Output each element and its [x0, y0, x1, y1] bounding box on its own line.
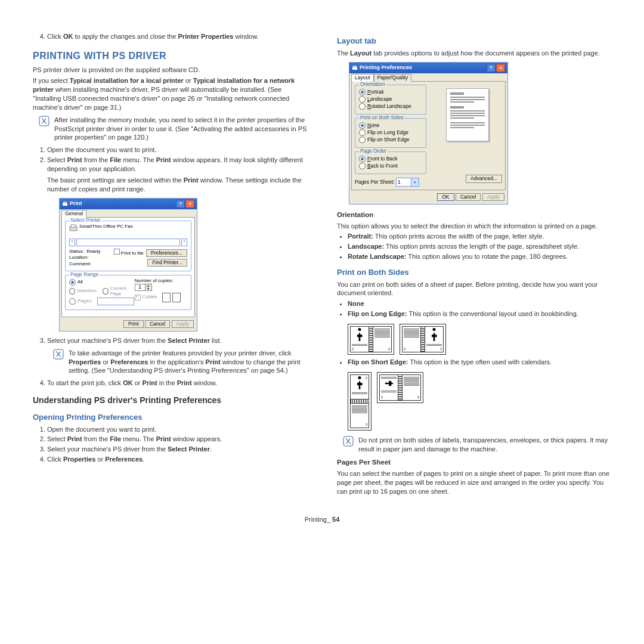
scrollbar-track[interactable]: [76, 239, 180, 246]
step-2: Select Print from the File menu. The Pri…: [47, 156, 307, 332]
bullet-short-edge: Flip on Short Edge: This option is the t…: [348, 358, 611, 432]
step-1: Open the document you want to print.: [47, 145, 307, 154]
cancel-button[interactable]: Cancel: [456, 193, 481, 201]
radio-back-front[interactable]: [359, 163, 366, 169]
heading-layout-tab: Layout tab: [337, 36, 611, 47]
bullet-portrait: Portrait: This option prints across the …: [348, 232, 611, 241]
open-step-3: Select your machine's PS driver from the…: [47, 445, 307, 454]
page-preview: [446, 88, 489, 141]
note-icon: [343, 436, 354, 454]
pps-desc: You can select the number of pages to pr…: [337, 469, 611, 496]
bullet-landscape: Landscape: This option prints across the…: [348, 242, 611, 251]
group-orientation: Orientation: [359, 82, 386, 87]
radio-current[interactable]: [103, 288, 109, 295]
step-4: To start the print job, click OK or Prin…: [47, 379, 307, 388]
copies-spinner[interactable]: 1▲▼: [135, 284, 152, 291]
note-properties: To take advantage of the printer feature…: [53, 349, 307, 376]
bullet-long-edge: Flip on Long Edge: This option is the co…: [348, 309, 611, 357]
radio-rotated[interactable]: [359, 103, 366, 110]
short-edge-illustration: 2 3 23: [348, 370, 611, 432]
radio-none[interactable]: [359, 122, 366, 129]
note-icon: [53, 349, 64, 376]
heading-printing-ps: PRINTING WITH PS DRIVER: [33, 49, 307, 63]
note-labels: Do not print on both sides of labels, tr…: [343, 436, 611, 454]
advanced-button[interactable]: Advanced...: [466, 175, 502, 182]
print-to-file-checkbox[interactable]: [114, 249, 120, 255]
radio-all[interactable]: [69, 279, 76, 286]
collate-checkbox[interactable]: ✓: [135, 295, 141, 301]
help-icon[interactable]: ?: [487, 64, 496, 72]
printer-icon: [62, 201, 68, 207]
print-button[interactable]: Print: [123, 320, 143, 328]
long-edge-illustration: 23 23: [348, 322, 611, 357]
radio-selection[interactable]: [69, 288, 75, 295]
bullet-none: None: [348, 299, 611, 308]
radio-front-back[interactable]: [359, 156, 366, 162]
tab-layout[interactable]: Layout: [351, 74, 374, 81]
printer-name[interactable]: SmartThru Office PC Fax: [79, 224, 133, 230]
open-step-1: Open the document you want to print.: [47, 425, 307, 434]
step-3: Select your machine's PS driver from the…: [47, 336, 307, 375]
group-page-range: Page Range: [69, 272, 100, 277]
apply-button[interactable]: Apply: [482, 193, 504, 201]
open-step-2: Select Print from the File menu. The Pri…: [47, 435, 307, 444]
radio-short-edge[interactable]: [359, 137, 366, 143]
find-printer-button[interactable]: Find Printer...: [147, 259, 187, 267]
heading-orientation: Orientation: [337, 210, 611, 220]
both-sides-desc: You can print on both sides of a sheet o…: [337, 280, 611, 298]
heading-pages-per-sheet: Pages Per Sheet: [337, 458, 611, 467]
page-footer: Printing_ 54: [33, 515, 611, 524]
heading-both-sides: Print on Both Sides: [337, 267, 611, 278]
heading-understanding: Understanding PS driver's Printing Prefe…: [33, 395, 307, 406]
tab-paper-quality[interactable]: Paper/Quality: [374, 74, 412, 81]
svg-rect-2: [63, 202, 67, 203]
apply-button[interactable]: Apply: [172, 320, 194, 328]
print-dialog: Print ?× General Select Printer SmartThr…: [59, 198, 197, 331]
close-icon[interactable]: ×: [496, 64, 505, 72]
right-column: Layout tab The Layout tab provides optio…: [337, 30, 611, 497]
svg-rect-7: [353, 66, 357, 67]
cancel-button[interactable]: Cancel: [145, 320, 170, 328]
orientation-desc: This option allows you to select the dir…: [337, 222, 611, 231]
prev-step-4: Click OK to apply the changes and close …: [47, 32, 307, 41]
radio-pages[interactable]: [69, 298, 76, 305]
left-column: Click OK to apply the changes and close …: [33, 30, 307, 497]
pages-input[interactable]: [97, 298, 134, 305]
group-select-printer: Select Printer: [69, 218, 102, 223]
scroll-right-icon[interactable]: ›: [181, 239, 187, 246]
radio-portrait[interactable]: [359, 89, 366, 95]
heading-opening: Opening Printing Preferences: [33, 412, 307, 423]
printer-icon: [352, 65, 358, 71]
help-icon[interactable]: ?: [176, 200, 185, 208]
printer-item-icon: [69, 224, 78, 233]
layout-tab-desc: The Layout tab provides options to adjus…: [337, 49, 611, 58]
ps-intro: PS printer driver is provided on the sup…: [33, 66, 307, 75]
radio-long-edge[interactable]: [359, 129, 366, 136]
preferences-button[interactable]: Preferences...: [146, 249, 187, 257]
collate-icon: [162, 293, 181, 302]
radio-landscape[interactable]: [359, 96, 366, 103]
note-memory-module: After installing the memory module, you …: [39, 116, 307, 143]
bullet-rotate: Rotate Landscape: This option allows you…: [348, 252, 611, 261]
preferences-titlebar: Printing Preferences ?×: [349, 63, 507, 73]
group-page-order: Page Order: [359, 148, 388, 154]
ok-button[interactable]: OK: [437, 193, 454, 201]
pages-per-sheet-dropdown[interactable]: 1▾: [396, 178, 419, 187]
open-step-4: Click Properties or Preferences.: [47, 455, 307, 464]
print-dialog-titlebar: Print ?×: [60, 199, 197, 209]
group-both-sides: Print on Both Sides: [359, 115, 405, 120]
svg-rect-4: [71, 225, 76, 227]
close-icon[interactable]: ×: [185, 200, 194, 208]
preferences-dialog: Printing Preferences ?× LayoutPaper/Qual…: [349, 62, 508, 205]
ps-install: If you select Typical installation for a…: [33, 76, 307, 112]
tab-general[interactable]: General: [61, 210, 86, 217]
note-icon: [39, 116, 49, 143]
scroll-left-icon[interactable]: ‹: [69, 239, 75, 246]
